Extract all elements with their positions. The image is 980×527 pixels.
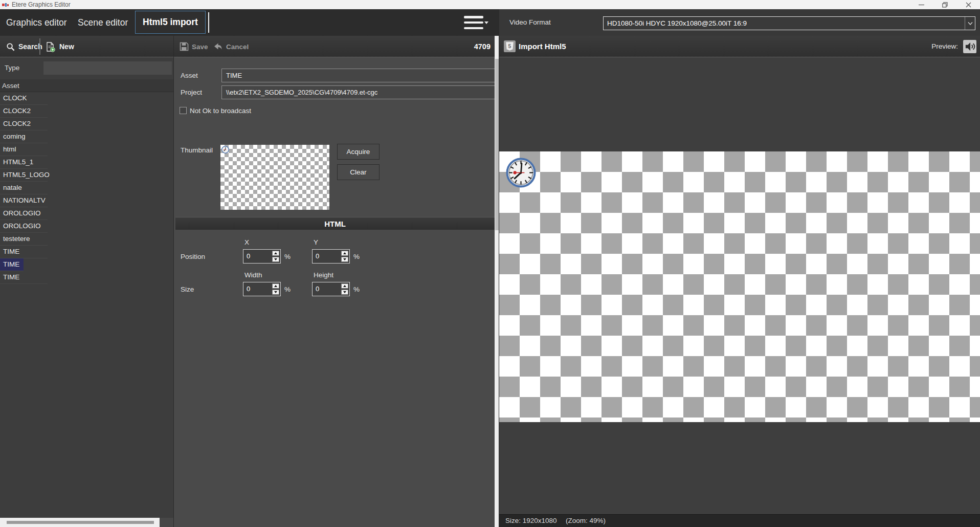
preview-canvas[interactable] [499,151,980,422]
menu-button[interactable] [464,16,483,29]
minimize-button[interactable] [909,0,933,9]
video-format-label: Video Format [509,18,551,26]
asset-row[interactable]: OROLOGIO [0,220,173,233]
import-html5-title: Import Html5 [519,36,566,57]
new-label: New [59,42,74,51]
asset-list-header[interactable]: Asset [0,79,173,92]
title-bar: Etere Graphics Editor [0,0,980,9]
not-ok-to-broadcast-label: Not Ok to broadcast [190,107,251,115]
clear-button[interactable]: Clear [337,164,380,180]
asset-field[interactable]: TIME [221,69,496,82]
app-icon [2,2,9,8]
horizontal-scrollbar[interactable] [0,518,173,527]
video-format-row: Video Format HD1080-50i HDYC 1920x1080@2… [499,9,980,36]
position-y-input[interactable]: 0 [313,250,340,263]
chevron-down-icon [965,17,975,30]
position-row-label: Position [181,253,205,260]
thumbnail-preview [220,145,329,210]
asset-browser-panel: Search New Type Asset CLOCK CLOCK2 [0,36,173,527]
video-format-select[interactable]: HD1080-50i HDYC 1920x1080@25.00iT 16:9 [603,16,975,30]
size-width-spinner: 0 [243,282,281,296]
clock-graphic [506,158,536,188]
asset-toolbar: Search New [0,36,173,57]
save-icon [180,42,189,51]
arrow-down-icon [274,291,277,293]
size-row-label: Size [181,286,194,293]
size-height-decrement-button[interactable] [341,290,348,295]
tab-html5-import[interactable]: Html5 import [135,11,206,34]
asset-row-selected[interactable]: TIME [0,258,173,271]
type-filter-label: Type [5,61,19,75]
restore-button[interactable] [933,0,956,9]
asset-field-label: Asset [181,72,198,79]
arrow-down-icon [343,258,346,260]
width-column-label: Width [244,271,262,279]
not-ok-to-broadcast-checkbox[interactable] [180,107,187,114]
asset-row[interactable]: html [0,143,173,156]
status-bar: Size: 1920x1080 (Zoom: 49%) [499,514,980,527]
height-column-label: Height [314,271,333,279]
asset-row[interactable]: HTML5_1 [0,156,173,169]
position-y-spinner: 0 [312,249,350,264]
project-field[interactable]: \\etx2\ETX2_SGDEMO_2025\CG\4709\4709.et-… [221,85,496,99]
size-height-input[interactable]: 0 [313,282,340,296]
size-width-unit: % [284,286,291,293]
search-button[interactable]: Search [6,36,42,57]
size-width-decrement-button[interactable] [272,290,279,295]
tab-graphics-editor[interactable]: Graphics editor [4,9,69,36]
asset-row[interactable]: testetere [0,233,173,246]
save-button[interactable]: Save [180,36,208,57]
size-width-increment-button[interactable] [272,283,279,289]
audio-preview-button[interactable] [963,40,976,53]
type-filter-input[interactable] [43,61,172,75]
position-x-input[interactable]: 0 [243,250,271,263]
arrow-up-icon [274,285,277,287]
html-section-header: HTML [175,217,495,230]
asset-row[interactable]: TIME [0,271,173,284]
asset-row[interactable]: CLOCK2 [0,118,173,130]
size-width-input[interactable]: 0 [243,282,271,296]
menu-dropdown-arrow-icon [484,21,488,24]
asset-row[interactable]: TIME [0,246,173,258]
asset-row[interactable]: natale [0,182,173,194]
asset-row[interactable]: HTML5_LOGO [0,169,173,182]
arrow-down-icon [274,258,277,260]
asset-row[interactable]: CLOCK [0,92,173,105]
cancel-button[interactable]: Cancel [213,36,249,57]
asset-row[interactable]: NATIONALTV [0,194,173,207]
window-title: Etere Graphics Editor [12,1,71,8]
size-height-spinner: 0 [312,282,350,296]
position-x-unit: % [284,253,291,260]
tab-bar: Graphics editor Scene editor Html5 impor… [0,9,499,36]
position-y-unit: % [353,253,360,260]
preview-label: Preview: [931,36,958,57]
size-height-increment-button[interactable] [341,283,348,289]
scrollbar-thumb[interactable] [7,521,154,524]
arrow-up-icon [343,252,346,254]
size-height-unit: % [353,286,360,293]
position-x-increment-button[interactable] [272,251,279,256]
position-x-decrement-button[interactable] [272,257,279,262]
speaker-icon [963,40,976,53]
position-y-decrement-button[interactable] [341,257,348,262]
asset-detail-panel: Save Cancel 4709 Asset TIME Project \\et… [173,36,499,527]
new-button[interactable]: New [45,36,74,57]
asset-list: CLOCK CLOCK2 CLOCK2 coming html HTML5_1 … [0,92,173,284]
tab-scene-editor[interactable]: Scene editor [76,9,130,36]
arrow-up-icon [343,285,346,287]
undo-icon [213,41,223,52]
asset-row[interactable]: CLOCK2 [0,105,173,118]
acquire-button[interactable]: Acquire [337,144,380,160]
x-column-label: X [244,238,249,246]
detail-toolbar: Save Cancel 4709 [174,36,495,57]
position-y-increment-button[interactable] [341,251,348,256]
y-column-label: Y [314,238,318,246]
asset-row[interactable]: coming [0,130,173,143]
arrow-up-icon [274,252,277,254]
close-button[interactable] [956,0,980,9]
asset-row[interactable]: OROLOGIO [0,207,173,220]
save-label: Save [192,43,208,51]
arrow-down-icon [343,291,346,293]
status-size: Size: 1920x1080 [505,515,557,527]
scrollbar-thumb[interactable] [495,59,499,230]
